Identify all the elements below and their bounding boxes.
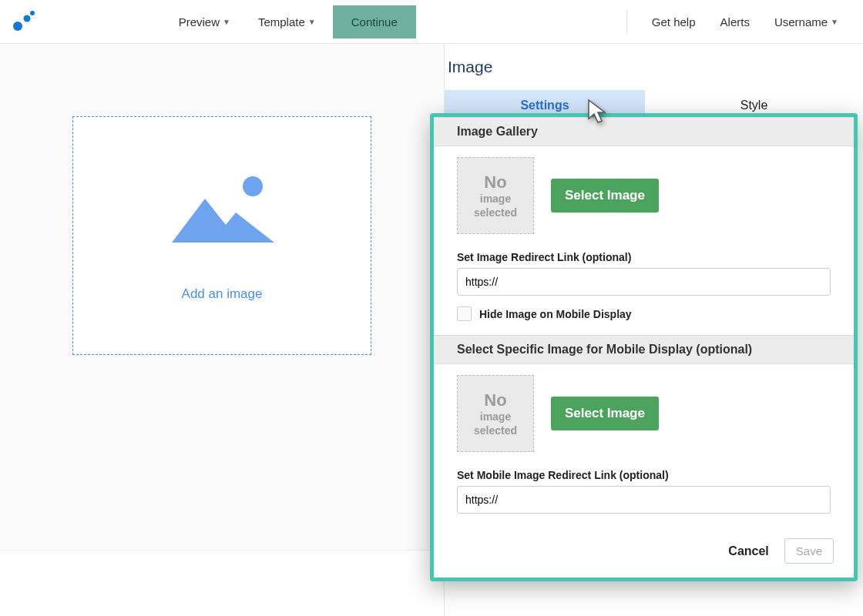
settings-modal: Image Gallery No image selected Select I… [430, 113, 858, 581]
continue-button[interactable]: Continue [333, 5, 416, 38]
image-gallery-header: Image Gallery [434, 117, 854, 146]
caret-down-icon: ▼ [308, 18, 316, 26]
redirect-link-label: Set Image Redirect Link (optional) [457, 251, 831, 263]
side-title: Image [445, 44, 863, 90]
mobile-redirect-link-label: Set Mobile Image Redirect Link (optional… [457, 469, 831, 481]
svg-point-1 [24, 15, 31, 22]
hide-mobile-checkbox[interactable] [457, 306, 472, 321]
caret-down-icon: ▼ [831, 18, 838, 26]
image-placeholder[interactable]: Add an image [72, 116, 371, 355]
svg-point-0 [13, 22, 22, 31]
nav-alerts[interactable]: Alerts [720, 15, 750, 28]
nav-get-help[interactable]: Get help [652, 15, 696, 28]
nav-username[interactable]: Username ▼ [774, 15, 838, 28]
nav-template[interactable]: Template ▼ [247, 9, 327, 35]
nav-preview[interactable]: Preview ▼ [168, 9, 241, 35]
select-image-button[interactable]: Select Image [551, 179, 659, 213]
svg-point-3 [243, 176, 263, 196]
modal-actions: Cancel Save [434, 527, 854, 578]
mobile-image-header: Select Specific Image for Mobile Display… [434, 335, 854, 364]
top-navbar: mainbrainer Preview ▼ Template ▼ Continu… [0, 0, 863, 44]
cancel-button[interactable]: Cancel [728, 544, 768, 558]
caret-down-icon: ▼ [223, 18, 230, 26]
save-button[interactable]: Save [784, 538, 834, 564]
add-image-label: Add an image [182, 286, 263, 302]
canvas-area: Add an image [0, 44, 444, 551]
divider [626, 10, 627, 33]
image-icon [168, 169, 276, 257]
nav-right: Get help Alerts Username ▼ [626, 10, 855, 33]
mobile-image-thumbnail: No image selected [457, 375, 534, 452]
nav-center: Preview ▼ Template ▼ Continue [168, 5, 416, 38]
cursor-icon [586, 98, 613, 129]
image-thumbnail: No image selected [457, 157, 534, 234]
select-mobile-image-button[interactable]: Select Image [551, 397, 659, 430]
mobile-redirect-link-input[interactable] [457, 486, 831, 514]
logo-dots-icon [11, 10, 37, 33]
hide-mobile-label: Hide Image on Mobile Display [479, 308, 632, 320]
no-image-text: No image selected [474, 172, 517, 220]
redirect-link-input[interactable] [457, 268, 831, 296]
svg-point-2 [30, 11, 35, 15]
no-image-text-mobile: No image selected [474, 390, 517, 438]
